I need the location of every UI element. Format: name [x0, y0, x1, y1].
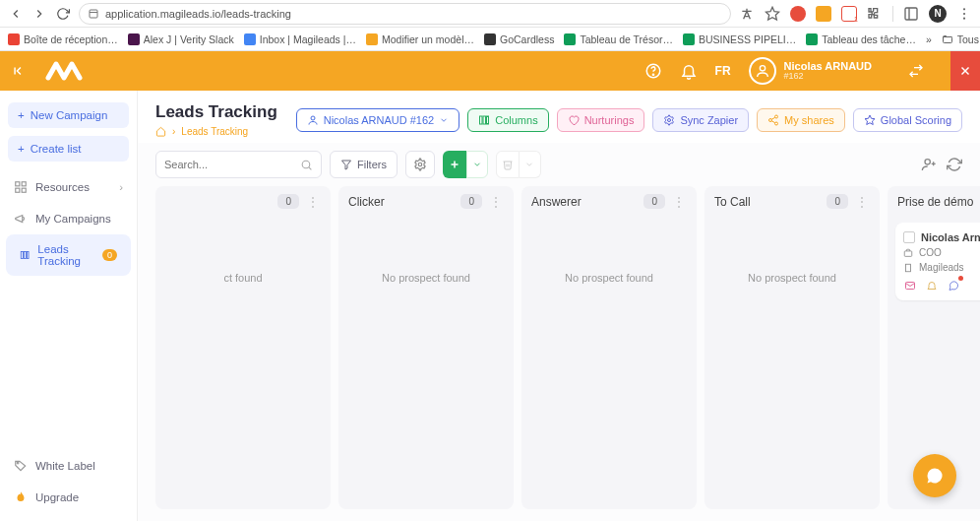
bookmark-item[interactable]: Alex J | Verity Slack — [128, 33, 234, 45]
lead-card[interactable]: Nicolas Arnaud ⋯ COO Magileads — [895, 223, 980, 300]
svg-rect-25 — [487, 116, 489, 124]
search-input[interactable] — [155, 151, 322, 178]
svg-rect-20 — [27, 252, 29, 259]
add-dropdown[interactable] — [466, 151, 488, 178]
column-title: Answerer — [531, 195, 582, 209]
column-menu-icon[interactable]: ⋮ — [488, 195, 504, 209]
new-campaign-button[interactable]: +New Campaign — [8, 102, 129, 128]
svg-line-34 — [309, 166, 312, 169]
bookmark-item[interactable]: GoCardless — [484, 33, 554, 45]
empty-message: ct found — [163, 272, 323, 284]
add-button[interactable] — [443, 151, 466, 178]
svg-rect-17 — [22, 188, 26, 192]
card-icon-bell[interactable] — [925, 279, 939, 293]
svg-line-31 — [771, 120, 775, 122]
main-content: Leads Tracking › Leads Tracking Nicolas … — [138, 91, 980, 521]
bookmark-item[interactable]: Modifier un modèl… — [366, 33, 474, 45]
sidebar-item-white-label[interactable]: White Label — [0, 450, 137, 482]
column-menu-icon[interactable]: ⋮ — [305, 195, 321, 209]
chevron-down-icon — [439, 115, 449, 125]
person-add-icon[interactable] — [921, 157, 937, 172]
card-checkbox[interactable] — [903, 231, 915, 243]
column-title: To Call — [714, 195, 751, 209]
column-count: 0 — [643, 194, 665, 209]
filters-button[interactable]: Filters — [330, 151, 398, 178]
leads-badge: 0 — [102, 249, 117, 261]
profile-avatar[interactable]: N — [929, 5, 947, 23]
filter-row: Filters — [138, 143, 980, 186]
card-icon-chat[interactable] — [947, 279, 960, 293]
svg-point-33 — [302, 161, 310, 168]
nurturings-button[interactable]: Nurturings — [557, 108, 645, 132]
site-icon — [88, 8, 99, 20]
tab-icon[interactable] — [903, 6, 919, 22]
logo[interactable] — [35, 51, 94, 91]
column-menu-icon[interactable]: ⋮ — [671, 195, 687, 209]
card-icon-mail[interactable] — [903, 279, 917, 293]
sidebar-item-leads-tracking[interactable]: Leads Tracking 0 — [6, 234, 131, 276]
ext-icon-2[interactable] — [816, 6, 831, 22]
my-shares-button[interactable]: My shares — [757, 108, 845, 132]
settings-icon-button[interactable] — [405, 151, 435, 178]
svg-point-9 — [760, 66, 765, 71]
star-icon[interactable] — [765, 6, 780, 22]
toolbar: Nicolas ARNAUD #162 Columns Nurturings S… — [296, 108, 962, 132]
columns-button[interactable]: Columns — [467, 108, 548, 132]
empty-message: No prospect found — [346, 272, 506, 284]
bookmark-item[interactable]: Boîte de réception… — [8, 33, 118, 45]
user-menu[interactable]: Nicolas ARNAUD #162 — [749, 57, 882, 85]
column-menu-icon[interactable]: ⋮ — [854, 195, 870, 209]
chat-fab[interactable] — [913, 454, 956, 497]
user-id: #162 — [784, 72, 872, 82]
all-favorites[interactable]: Tous les favoris — [942, 33, 980, 45]
menu-dots-icon[interactable] — [956, 6, 972, 22]
column-title: Prise de démo — [897, 195, 973, 209]
sidebar-collapse-button[interactable] — [0, 51, 35, 91]
delete-button[interactable] — [496, 151, 520, 178]
delete-dropdown[interactable] — [520, 151, 541, 178]
bookmark-item[interactable]: Tableau des tâche… — [806, 33, 916, 45]
sync-zapier-button[interactable]: Sync Zapier — [652, 108, 749, 132]
url-bar[interactable]: application.magileads.io/leads-tracking — [79, 3, 731, 25]
translate-icon[interactable] — [739, 6, 755, 22]
refresh-icon[interactable] — [947, 157, 962, 172]
bookmark-item[interactable]: BUSINESS PIPELI… — [683, 33, 796, 45]
bookmark-overflow[interactable]: » — [926, 33, 932, 45]
bookmark-item[interactable]: Inbox | Magileads |… — [244, 33, 356, 45]
help-icon[interactable] — [644, 62, 662, 80]
create-list-button[interactable]: +Create list — [8, 136, 129, 162]
bell-icon[interactable] — [680, 62, 698, 80]
sidebar-item-upgrade[interactable]: Upgrade — [0, 482, 137, 513]
svg-point-39 — [925, 160, 930, 164]
language-selector[interactable]: FR — [715, 64, 731, 78]
search-field[interactable] — [164, 159, 300, 170]
puzzle-icon[interactable] — [867, 6, 883, 22]
svg-point-8 — [652, 74, 653, 75]
column-count: 0 — [277, 194, 299, 209]
back-icon[interactable] — [8, 6, 24, 22]
sidebar-item-resources[interactable]: Resources › — [0, 171, 137, 203]
share-icon — [767, 114, 779, 126]
megaphone-icon — [14, 212, 28, 226]
swap-icon[interactable] — [899, 51, 933, 91]
ext-icon-1[interactable] — [790, 6, 806, 22]
breadcrumb[interactable]: › Leads Tracking — [155, 126, 277, 137]
kanban-column: Answerer 0 ⋮ No prospect found — [521, 186, 697, 509]
sidebar-item-campaigns[interactable]: My Campaigns — [0, 203, 137, 234]
bookmark-item[interactable]: Tableau de Trésor… — [564, 33, 673, 45]
app-header: FR Nicolas ARNAUD #162 — [0, 51, 980, 91]
building-icon — [903, 263, 913, 273]
forward-icon[interactable] — [31, 6, 47, 22]
global-scoring-button[interactable]: Global Scoring — [853, 108, 962, 132]
svg-rect-43 — [906, 264, 911, 272]
ext-icon-3[interactable]: 1 — [841, 6, 857, 22]
reload-icon[interactable] — [55, 6, 71, 22]
user-filter-button[interactable]: Nicolas ARNAUD #162 — [296, 108, 460, 132]
bookmark-bar: Boîte de réception… Alex J | Verity Slac… — [0, 28, 980, 51]
svg-rect-18 — [21, 252, 23, 259]
svg-point-27 — [775, 115, 778, 118]
svg-rect-19 — [24, 252, 26, 259]
svg-rect-14 — [16, 182, 20, 186]
svg-point-5 — [963, 17, 965, 19]
close-button[interactable] — [950, 51, 980, 91]
